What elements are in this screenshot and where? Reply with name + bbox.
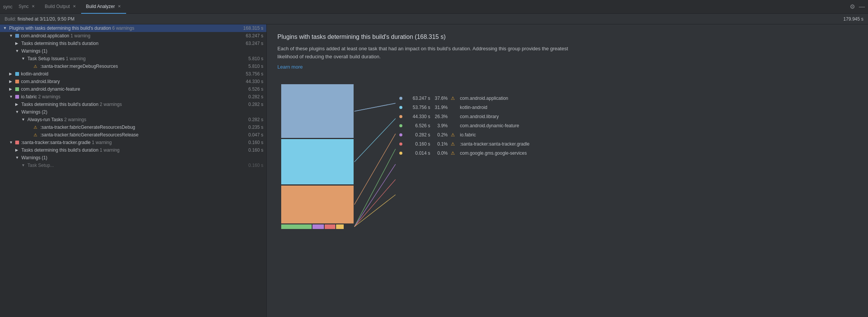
tree-row-warnings-2[interactable]: Warnings (2) — [0, 108, 266, 116]
tab-build-output[interactable]: Build Output ✕ — [40, 0, 81, 14]
detail-title: Plugins with tasks determining this buil… — [277, 34, 857, 40]
triangle-always-run-tasks[interactable] — [21, 117, 26, 122]
tree-row-fabric-debug[interactable]: :santa-tracker:fabricGenerateResourcesDe… — [0, 123, 266, 131]
legend-name-kotlin-android: kotlin-android — [460, 105, 487, 110]
tab-build-analyzer-close[interactable]: ✕ — [117, 3, 122, 9]
legend-pct-santa-gradle: 0.1% — [433, 141, 448, 147]
triangle-com-android-library[interactable] — [9, 79, 14, 84]
legend-dot-io-fabric — [399, 133, 402, 136]
time-task-setup-issues: 5.810 s — [241, 56, 263, 61]
label-always-run-tasks: Always-run Tasks 2 warnings — [27, 117, 241, 122]
tree-row-always-run-tasks[interactable]: Always-run Tasks 2 warnings 0.282 s — [0, 116, 266, 123]
time-kotlin-android: 53.756 s — [238, 71, 263, 77]
swatch-santa-tracker-gradle — [15, 141, 19, 144]
label-com-android-dynamic-feature: com.android.dynamic-feature — [21, 86, 241, 92]
legend-dot-com-android-application — [399, 97, 402, 100]
label-kotlin-android: kotlin-android — [21, 71, 238, 77]
triangle-io-fabric[interactable] — [9, 94, 14, 99]
label-tasks-determining-1: Tasks determining this build's duration — [21, 41, 238, 46]
treemap-block-com-android-library — [281, 186, 354, 224]
time-plugins-header: 168.315 s — [235, 26, 263, 31]
triangle-plugins-header[interactable] — [3, 26, 8, 30]
legend-name-com-android-library: com.android.library — [460, 114, 499, 119]
minimize-icon[interactable]: — — [859, 3, 865, 10]
tree-row-kotlin-android[interactable]: kotlin-android 53.756 s — [0, 70, 266, 78]
warning-icon-merge — [34, 64, 39, 69]
tree-row-com-android-dynamic-feature[interactable]: com.android.dynamic-feature 6.526 s — [0, 85, 266, 93]
triangle-tasks-determining-2[interactable] — [15, 102, 20, 107]
warning-icon-fabric-release — [34, 132, 39, 138]
chart-legend: 63.247 s 37.6% ⚠ com.android.application… — [399, 92, 530, 156]
triangle-task-setup-issues[interactable] — [21, 56, 26, 61]
triangle-com-android-dynamic-feature[interactable] — [9, 87, 14, 91]
tree-row-task-setup-issues[interactable]: Task Setup Issues 1 warning 5.810 s — [0, 55, 266, 62]
tree-row-io-fabric[interactable]: io.fabric 2 warnings 0.282 s — [0, 93, 266, 101]
tab-build-analyzer[interactable]: Build Analyzer ✕ — [81, 0, 126, 14]
legend-warn-santa-gradle: ⚠ — [451, 141, 457, 147]
label-warnings-2: Warnings (2) — [21, 109, 263, 115]
tree-row-com-android-application[interactable]: com.android.application 1 warning 63.247… — [0, 32, 266, 40]
legend-row-santa-gradle: 0.160 s 0.1% ⚠ :santa-tracker:santa-trac… — [399, 141, 530, 147]
tab-build-output-close[interactable]: ✕ — [72, 3, 77, 9]
legend-row-io-fabric: 0.282 s 0.2% ⚠ io.fabric — [399, 132, 530, 138]
triangle-warnings-3[interactable] — [15, 155, 20, 160]
label-warnings-3: Warnings (1) — [21, 155, 263, 160]
legend-warn-com-android-application: ⚠ — [451, 96, 457, 101]
tree-row-tasks-determining-3[interactable]: Tasks determining this build's duration … — [0, 146, 266, 154]
triangle-warnings-1[interactable] — [15, 49, 20, 53]
warn-count-santa-gradle: 1 warning — [92, 140, 112, 145]
swatch-com-android-library — [15, 80, 19, 83]
tree-row-warnings-1[interactable]: Warnings (1) — [0, 47, 266, 55]
triangle-warnings-2[interactable] — [15, 110, 20, 114]
legend-dot-santa-gradle — [399, 142, 402, 146]
tree-row-santa-tracker-merge[interactable]: :santa-tracker:mergeDebugResources 5.810… — [0, 62, 266, 70]
tree-row-warnings-3[interactable]: Warnings (1) — [0, 154, 266, 162]
warn-count-tasks-2: 2 warnings — [100, 102, 122, 107]
time-tasks-determining-1: 63.247 s — [238, 41, 263, 46]
label-com-android-application: com.android.application 1 warning — [21, 33, 238, 38]
build-duration: 179.945 s — [843, 16, 863, 22]
label-fabric-release: :santa-tracker:fabricGenerateResourcesRe… — [40, 132, 241, 138]
triangle-kotlin-android[interactable] — [9, 72, 14, 76]
legend-name-google-gms: com.google.gms.google-services — [460, 150, 527, 156]
label-com-android-library: com.android.library — [21, 79, 238, 84]
legend-time-kotlin-android: 53.756 s — [405, 105, 430, 110]
treemap-block-google-gms — [336, 224, 344, 229]
time-io-fabric: 0.282 s — [241, 94, 263, 99]
label-task-setup-issues: Task Setup Issues 1 warning — [27, 56, 241, 61]
tree-row-tasks-determining-2[interactable]: Tasks determining this build's duration … — [0, 101, 266, 108]
legend-row-dynamic-feature: 6.526 s 3.9% com.android.dynamic-feature — [399, 123, 530, 128]
learn-more-link[interactable]: Learn more — [277, 64, 303, 70]
label-santa-tracker-merge: :santa-tracker:mergeDebugResources — [40, 64, 241, 69]
legend-row-com-android-application: 63.247 s 37.6% ⚠ com.android.application — [399, 96, 530, 101]
tree-row-com-android-library[interactable]: com.android.library 44.330 s — [0, 78, 266, 85]
triangle-com-android-application[interactable] — [9, 34, 14, 38]
settings-icon[interactable]: ⚙ — [850, 3, 855, 10]
tab-build-analyzer-label: Build Analyzer — [86, 4, 115, 9]
tree-row-task-setup-partial[interactable]: Task Setup... 0.160 s — [0, 162, 266, 169]
triangle-tasks-determining-3[interactable] — [15, 148, 20, 152]
tab-build-output-label: Build Output — [45, 4, 70, 9]
swatch-com-android-dynamic-feature — [15, 87, 19, 91]
swatch-io-fabric — [15, 95, 19, 99]
tree-row-tasks-determining-1[interactable]: Tasks determining this build's duration … — [0, 40, 266, 47]
warn-count-io-fabric: 2 warnings — [38, 94, 60, 99]
time-task-setup-partial: 0.160 s — [241, 163, 263, 168]
time-com-android-dynamic-feature: 6.526 s — [241, 86, 263, 92]
time-santa-tracker-gradle: 0.160 s — [241, 140, 263, 145]
tree-row-fabric-release[interactable]: :santa-tracker:fabricGenerateResourcesRe… — [0, 131, 266, 139]
triangle-tasks-determining-1[interactable] — [15, 41, 20, 46]
tab-sync[interactable]: Sync ✕ — [14, 0, 40, 14]
warn-count-task-setup: 1 warning — [66, 56, 86, 61]
triangle-santa-tracker-gradle[interactable] — [9, 140, 14, 145]
tree-row-santa-tracker-gradle[interactable]: :santa-tracker:santa-tracker.gradle 1 wa… — [0, 139, 266, 146]
label-santa-tracker-gradle: :santa-tracker:santa-tracker.gradle 1 wa… — [21, 140, 241, 145]
treemap-chart — [277, 80, 361, 233]
label-fabric-debug: :santa-tracker:fabricGenerateResourcesDe… — [40, 125, 241, 130]
tab-sync-close[interactable]: ✕ — [31, 3, 35, 9]
label-task-setup-partial: Task Setup... — [27, 163, 241, 168]
tree-row-plugins-header[interactable]: Plugins with tasks determining this buil… — [0, 24, 266, 32]
build-tree-panel: Plugins with tasks determining this buil… — [0, 24, 267, 317]
treemap-block-com-android-application — [281, 84, 354, 138]
triangle-task-setup-partial[interactable] — [21, 163, 26, 168]
